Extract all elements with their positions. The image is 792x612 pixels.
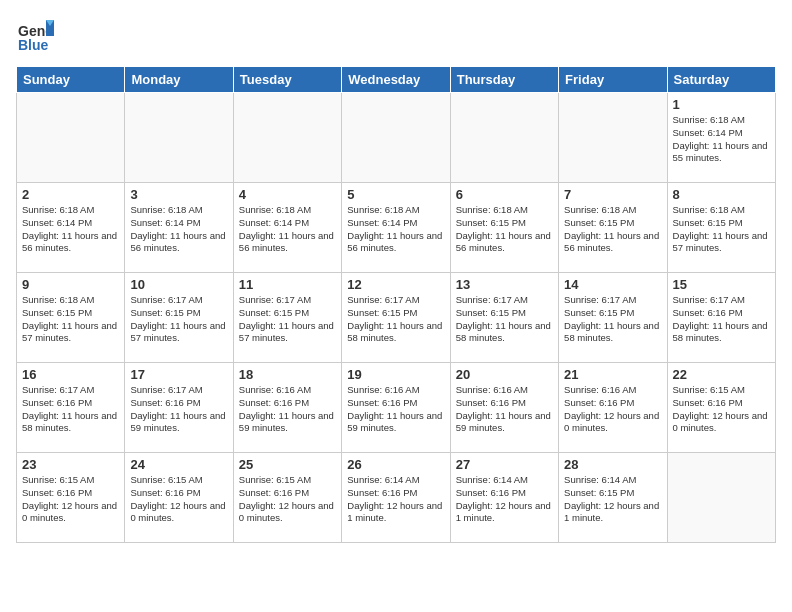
- week-row-3: 16Sunrise: 6:17 AM Sunset: 6:16 PM Dayli…: [17, 363, 776, 453]
- day-info: Sunrise: 6:17 AM Sunset: 6:15 PM Dayligh…: [347, 294, 444, 345]
- day-number: 12: [347, 277, 444, 292]
- day-info: Sunrise: 6:17 AM Sunset: 6:15 PM Dayligh…: [239, 294, 336, 345]
- day-info: Sunrise: 6:16 AM Sunset: 6:16 PM Dayligh…: [456, 384, 553, 435]
- day-header-wednesday: Wednesday: [342, 67, 450, 93]
- cal-cell: [342, 93, 450, 183]
- day-info: Sunrise: 6:17 AM Sunset: 6:16 PM Dayligh…: [130, 384, 227, 435]
- cal-cell: 18Sunrise: 6:16 AM Sunset: 6:16 PM Dayli…: [233, 363, 341, 453]
- cal-cell: 22Sunrise: 6:15 AM Sunset: 6:16 PM Dayli…: [667, 363, 775, 453]
- day-number: 24: [130, 457, 227, 472]
- cal-cell: 1Sunrise: 6:18 AM Sunset: 6:14 PM Daylig…: [667, 93, 775, 183]
- day-info: Sunrise: 6:17 AM Sunset: 6:16 PM Dayligh…: [22, 384, 119, 435]
- logo-icon: General Blue: [16, 16, 54, 58]
- cal-cell: 24Sunrise: 6:15 AM Sunset: 6:16 PM Dayli…: [125, 453, 233, 543]
- day-info: Sunrise: 6:17 AM Sunset: 6:16 PM Dayligh…: [673, 294, 770, 345]
- day-number: 11: [239, 277, 336, 292]
- cal-cell: 12Sunrise: 6:17 AM Sunset: 6:15 PM Dayli…: [342, 273, 450, 363]
- cal-cell: 19Sunrise: 6:16 AM Sunset: 6:16 PM Dayli…: [342, 363, 450, 453]
- header: General Blue: [16, 16, 776, 58]
- cal-cell: 25Sunrise: 6:15 AM Sunset: 6:16 PM Dayli…: [233, 453, 341, 543]
- day-info: Sunrise: 6:15 AM Sunset: 6:16 PM Dayligh…: [673, 384, 770, 435]
- cal-cell: 23Sunrise: 6:15 AM Sunset: 6:16 PM Dayli…: [17, 453, 125, 543]
- cal-cell: [125, 93, 233, 183]
- cal-cell: 26Sunrise: 6:14 AM Sunset: 6:16 PM Dayli…: [342, 453, 450, 543]
- cal-cell: 16Sunrise: 6:17 AM Sunset: 6:16 PM Dayli…: [17, 363, 125, 453]
- cal-cell: [559, 93, 667, 183]
- cal-cell: 14Sunrise: 6:17 AM Sunset: 6:15 PM Dayli…: [559, 273, 667, 363]
- cal-cell: 7Sunrise: 6:18 AM Sunset: 6:15 PM Daylig…: [559, 183, 667, 273]
- day-info: Sunrise: 6:18 AM Sunset: 6:14 PM Dayligh…: [130, 204, 227, 255]
- day-info: Sunrise: 6:18 AM Sunset: 6:14 PM Dayligh…: [239, 204, 336, 255]
- day-header-tuesday: Tuesday: [233, 67, 341, 93]
- day-info: Sunrise: 6:16 AM Sunset: 6:16 PM Dayligh…: [239, 384, 336, 435]
- day-number: 27: [456, 457, 553, 472]
- day-info: Sunrise: 6:16 AM Sunset: 6:16 PM Dayligh…: [347, 384, 444, 435]
- day-number: 15: [673, 277, 770, 292]
- cal-cell: 21Sunrise: 6:16 AM Sunset: 6:16 PM Dayli…: [559, 363, 667, 453]
- cal-cell: 20Sunrise: 6:16 AM Sunset: 6:16 PM Dayli…: [450, 363, 558, 453]
- day-info: Sunrise: 6:18 AM Sunset: 6:14 PM Dayligh…: [347, 204, 444, 255]
- day-number: 9: [22, 277, 119, 292]
- day-info: Sunrise: 6:17 AM Sunset: 6:15 PM Dayligh…: [456, 294, 553, 345]
- day-info: Sunrise: 6:18 AM Sunset: 6:14 PM Dayligh…: [673, 114, 770, 165]
- day-number: 25: [239, 457, 336, 472]
- day-info: Sunrise: 6:14 AM Sunset: 6:16 PM Dayligh…: [456, 474, 553, 525]
- day-header-monday: Monday: [125, 67, 233, 93]
- week-row-4: 23Sunrise: 6:15 AM Sunset: 6:16 PM Dayli…: [17, 453, 776, 543]
- day-info: Sunrise: 6:15 AM Sunset: 6:16 PM Dayligh…: [22, 474, 119, 525]
- day-number: 6: [456, 187, 553, 202]
- day-info: Sunrise: 6:18 AM Sunset: 6:15 PM Dayligh…: [564, 204, 661, 255]
- logo: General Blue: [16, 16, 54, 58]
- calendar-body: 1Sunrise: 6:18 AM Sunset: 6:14 PM Daylig…: [17, 93, 776, 543]
- cal-cell: [17, 93, 125, 183]
- day-number: 26: [347, 457, 444, 472]
- week-row-2: 9Sunrise: 6:18 AM Sunset: 6:15 PM Daylig…: [17, 273, 776, 363]
- day-number: 2: [22, 187, 119, 202]
- day-header-friday: Friday: [559, 67, 667, 93]
- day-info: Sunrise: 6:18 AM Sunset: 6:15 PM Dayligh…: [456, 204, 553, 255]
- day-info: Sunrise: 6:18 AM Sunset: 6:15 PM Dayligh…: [673, 204, 770, 255]
- cal-cell: 27Sunrise: 6:14 AM Sunset: 6:16 PM Dayli…: [450, 453, 558, 543]
- day-info: Sunrise: 6:16 AM Sunset: 6:16 PM Dayligh…: [564, 384, 661, 435]
- day-number: 21: [564, 367, 661, 382]
- cal-cell: 10Sunrise: 6:17 AM Sunset: 6:15 PM Dayli…: [125, 273, 233, 363]
- day-info: Sunrise: 6:15 AM Sunset: 6:16 PM Dayligh…: [130, 474, 227, 525]
- day-number: 16: [22, 367, 119, 382]
- day-number: 20: [456, 367, 553, 382]
- day-header-sunday: Sunday: [17, 67, 125, 93]
- day-info: Sunrise: 6:17 AM Sunset: 6:15 PM Dayligh…: [130, 294, 227, 345]
- day-number: 13: [456, 277, 553, 292]
- cal-cell: 3Sunrise: 6:18 AM Sunset: 6:14 PM Daylig…: [125, 183, 233, 273]
- day-number: 1: [673, 97, 770, 112]
- day-number: 14: [564, 277, 661, 292]
- day-number: 19: [347, 367, 444, 382]
- day-number: 18: [239, 367, 336, 382]
- day-info: Sunrise: 6:18 AM Sunset: 6:15 PM Dayligh…: [22, 294, 119, 345]
- day-header-thursday: Thursday: [450, 67, 558, 93]
- week-row-1: 2Sunrise: 6:18 AM Sunset: 6:14 PM Daylig…: [17, 183, 776, 273]
- day-number: 23: [22, 457, 119, 472]
- day-number: 5: [347, 187, 444, 202]
- cal-cell: 17Sunrise: 6:17 AM Sunset: 6:16 PM Dayli…: [125, 363, 233, 453]
- week-row-0: 1Sunrise: 6:18 AM Sunset: 6:14 PM Daylig…: [17, 93, 776, 183]
- day-number: 17: [130, 367, 227, 382]
- calendar-table: SundayMondayTuesdayWednesdayThursdayFrid…: [16, 66, 776, 543]
- cal-cell: 8Sunrise: 6:18 AM Sunset: 6:15 PM Daylig…: [667, 183, 775, 273]
- day-number: 8: [673, 187, 770, 202]
- cal-cell: 11Sunrise: 6:17 AM Sunset: 6:15 PM Dayli…: [233, 273, 341, 363]
- cal-cell: [667, 453, 775, 543]
- cal-cell: 28Sunrise: 6:14 AM Sunset: 6:15 PM Dayli…: [559, 453, 667, 543]
- day-number: 4: [239, 187, 336, 202]
- cal-cell: 6Sunrise: 6:18 AM Sunset: 6:15 PM Daylig…: [450, 183, 558, 273]
- day-info: Sunrise: 6:14 AM Sunset: 6:16 PM Dayligh…: [347, 474, 444, 525]
- day-number: 10: [130, 277, 227, 292]
- day-info: Sunrise: 6:15 AM Sunset: 6:16 PM Dayligh…: [239, 474, 336, 525]
- cal-cell: 5Sunrise: 6:18 AM Sunset: 6:14 PM Daylig…: [342, 183, 450, 273]
- cal-cell: [233, 93, 341, 183]
- cal-cell: 13Sunrise: 6:17 AM Sunset: 6:15 PM Dayli…: [450, 273, 558, 363]
- day-number: 7: [564, 187, 661, 202]
- day-number: 3: [130, 187, 227, 202]
- day-number: 22: [673, 367, 770, 382]
- day-header-saturday: Saturday: [667, 67, 775, 93]
- svg-text:Blue: Blue: [18, 37, 49, 53]
